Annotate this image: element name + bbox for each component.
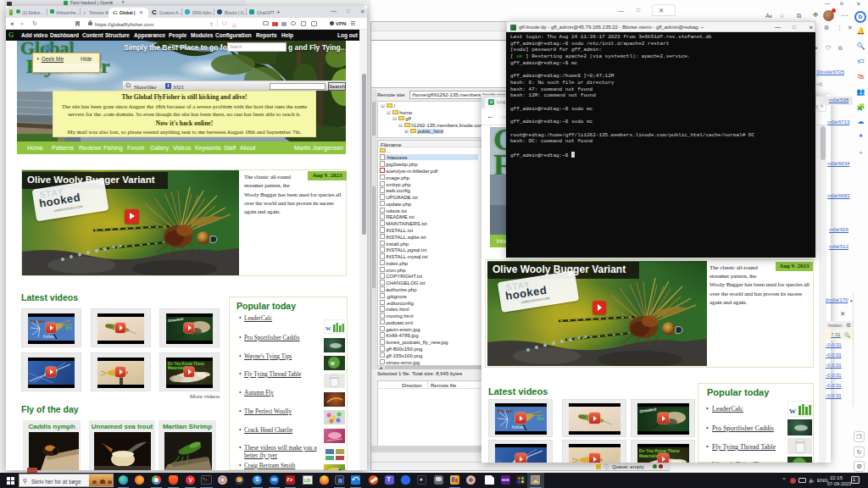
svg-text:w: w	[326, 324, 331, 332]
svg-text:W: W	[331, 361, 335, 366]
svg-text:w: w	[789, 405, 796, 415]
